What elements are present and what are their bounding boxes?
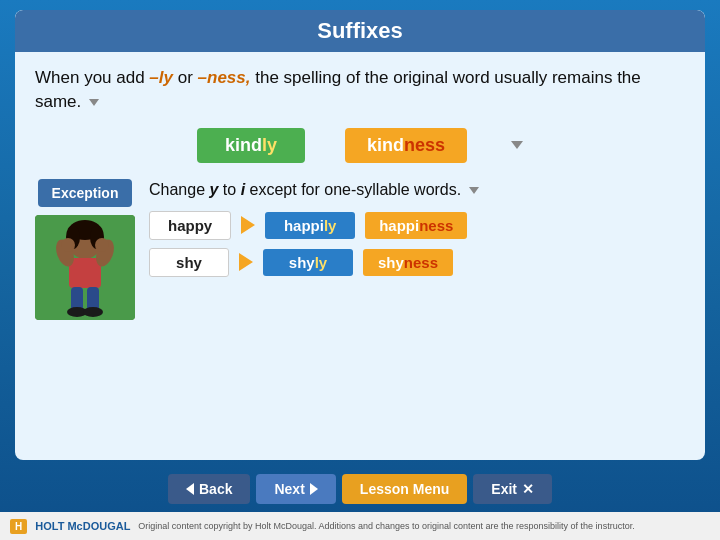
exit-button[interactable]: Exit ✕ [473,474,552,504]
exception-label-col: Exception [35,179,135,320]
child-illustration [35,215,135,320]
kindly-box: kindly [197,128,305,163]
exit-label: Exit [491,481,517,497]
exception-image [35,215,135,320]
svg-point-9 [95,238,109,252]
happily-suffix: ly [324,217,337,234]
example-row: kindly kindness [35,128,685,163]
page-title: Suffixes [25,18,695,44]
back-arrow-icon [186,483,194,495]
ly-word-shyly: shyly [263,249,353,276]
nav-bar: Back Next Lesson Menu Exit ✕ [0,468,720,512]
table-row: happy happily happiness [149,211,685,240]
back-button[interactable]: Back [168,474,250,504]
intro-before: When you add [35,68,149,87]
table-row: shy shyly shyness [149,248,685,277]
back-label: Back [199,481,232,497]
dropdown-arrow-intro[interactable] [89,99,99,106]
exception-right: Change y to i except for one-syllable wo… [149,179,685,277]
svg-point-8 [61,238,75,252]
ness-word-shyness: shyness [363,249,453,276]
dropdown-arrow-exception[interactable] [469,187,479,194]
next-label: Next [274,481,304,497]
app-container: Suffixes When you add –ly or –ness, the … [0,0,720,540]
lesson-menu-label: Lesson Menu [360,481,449,497]
exc-middle: to [218,181,240,198]
exc-after: except for one-syllable words. [245,181,461,198]
lesson-menu-button[interactable]: Lesson Menu [342,474,467,504]
exit-x-icon: ✕ [522,481,534,497]
dropdown-arrow-example[interactable] [511,141,523,149]
dash-ness: –ness, [198,68,251,87]
intro-or: or [173,68,198,87]
exc-before: Change [149,181,210,198]
arrow-right-icon [239,253,253,271]
ly-word-happily: happily [265,212,355,239]
ness-word-happiness: happiness [365,212,467,239]
next-arrow-icon [310,483,318,495]
brand-name: HOLT McDOUGAL [35,520,130,532]
exception-badge: Exception [38,179,133,207]
dash-ly: –ly [149,68,173,87]
next-button[interactable]: Next [256,474,335,504]
exception-section: Exception [35,179,685,320]
kindness-box: kindness [345,128,467,163]
holt-logo: H [10,519,27,534]
words-table: happy happily happiness shy shyly shynes… [149,211,685,277]
svg-point-13 [83,307,103,317]
shyness-suffix: ness [404,254,438,271]
content-body: When you add –ly or –ness, the spelling … [15,52,705,460]
title-bar: Suffixes [15,10,705,52]
kindness-suffix: ness [404,135,445,155]
arrow-right-icon [241,216,255,234]
svg-rect-5 [69,258,101,288]
kindly-suffix: ly [262,135,277,155]
intro-text: When you add –ly or –ness, the spelling … [35,66,685,114]
footer: H HOLT McDOUGAL Original content copyrig… [0,512,720,540]
exception-text: Change y to i except for one-syllable wo… [149,179,685,201]
copyright-text: Original content copyright by Holt McDou… [138,521,634,531]
shyly-suffix: ly [315,254,328,271]
base-word-shy: shy [149,248,229,277]
base-word-happy: happy [149,211,231,240]
happiness-suffix: ness [419,217,453,234]
main-content: Suffixes When you add –ly or –ness, the … [15,10,705,460]
